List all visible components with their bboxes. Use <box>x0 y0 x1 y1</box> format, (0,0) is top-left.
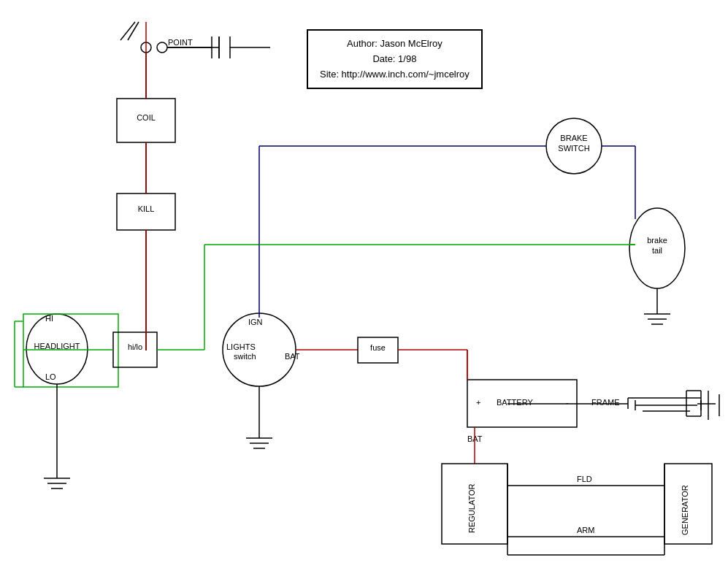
author-line: Author: Jason McElroy <box>320 37 470 52</box>
info-box: Author: Jason McElroy Date: 1/98 Site: h… <box>307 29 483 89</box>
date-line: Date: 1/98 <box>320 52 470 67</box>
site-line: Site: http://www.inch.com/~jmcelroy <box>320 67 470 83</box>
